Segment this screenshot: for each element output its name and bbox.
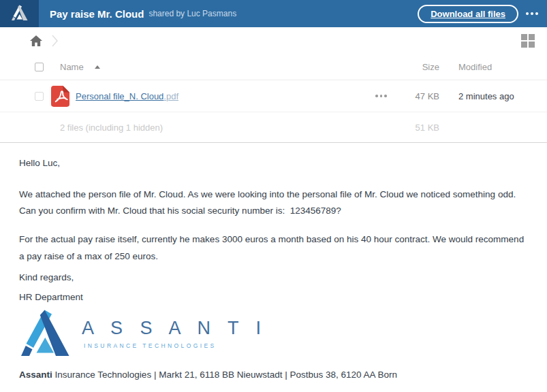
brand-name: A S S A N T I <box>82 318 267 339</box>
download-all-button[interactable]: Download all files <box>418 5 518 23</box>
file-size: 47 KB <box>398 91 439 101</box>
chevron-right-icon <box>52 35 58 47</box>
footer-company-info: Insurance Technologies | Markt 21, 6118 … <box>52 370 397 380</box>
message-line: We attached the person file of Mr. Cloud… <box>19 186 528 203</box>
message-paragraph-1: We attached the person file of Mr. Cloud… <box>19 186 528 219</box>
summary-total-size: 51 KB <box>398 122 439 133</box>
file-name: Personal file_N. Cloud <box>76 91 163 101</box>
table-summary-row: 2 files (including 1 hidden) 51 KB <box>0 112 547 143</box>
brand-triangle-icon <box>19 309 72 359</box>
file-modified: 2 minutes ago <box>458 91 535 101</box>
sort-ascending-icon <box>95 65 100 69</box>
message-greeting: Hello Luc, <box>19 158 528 168</box>
message-line: Can you confirm with Mr. Cloud that his … <box>19 203 528 219</box>
message-paragraph-2: For the actual pay raise itself, current… <box>19 231 528 265</box>
select-all-checkbox[interactable] <box>35 63 44 71</box>
column-header-size[interactable]: Size <box>398 62 439 72</box>
app-logo-icon <box>11 5 29 23</box>
header-more-options-icon[interactable] <box>518 0 546 27</box>
file-extension: .pdf <box>163 91 178 101</box>
message-body: Hello Luc, We attached the person file o… <box>0 143 547 302</box>
file-table-header: Name Size Modified <box>0 54 547 80</box>
footer-company-name: Assanti <box>19 370 52 380</box>
share-subtitle: shared by Luc Pasmans <box>149 9 236 18</box>
brand-tagline: INSURANCE TECHNOLOGIES <box>82 342 267 349</box>
header-bar: Pay raise Mr. Cloud shared by Luc Pasman… <box>0 0 547 27</box>
message-sender: HR Department <box>19 292 528 302</box>
share-title: Pay raise Mr. Cloud <box>50 8 144 20</box>
breadcrumb <box>0 27 547 54</box>
summary-label: 2 files (including 1 hidden) <box>60 122 163 133</box>
column-header-modified[interactable]: Modified <box>458 62 535 72</box>
app-logo-tile[interactable] <box>0 0 39 27</box>
file-name-link[interactable]: Personal file_N. Cloud.pdf <box>76 91 178 101</box>
home-icon[interactable] <box>30 35 42 46</box>
column-header-name[interactable]: Name <box>60 62 84 72</box>
footer-address: Assanti Insurance Technologies | Markt 2… <box>19 370 547 380</box>
file-checkbox[interactable] <box>35 92 44 101</box>
file-more-options-icon[interactable] <box>375 95 387 97</box>
message-closing: Kind regards, <box>19 272 528 282</box>
grid-view-icon[interactable] <box>521 34 535 48</box>
pdf-file-icon <box>51 86 69 107</box>
table-row[interactable]: Personal file_N. Cloud.pdf 47 KB 2 minut… <box>0 80 547 112</box>
brand-logo: A S S A N T I INSURANCE TECHNOLOGIES <box>19 309 547 358</box>
